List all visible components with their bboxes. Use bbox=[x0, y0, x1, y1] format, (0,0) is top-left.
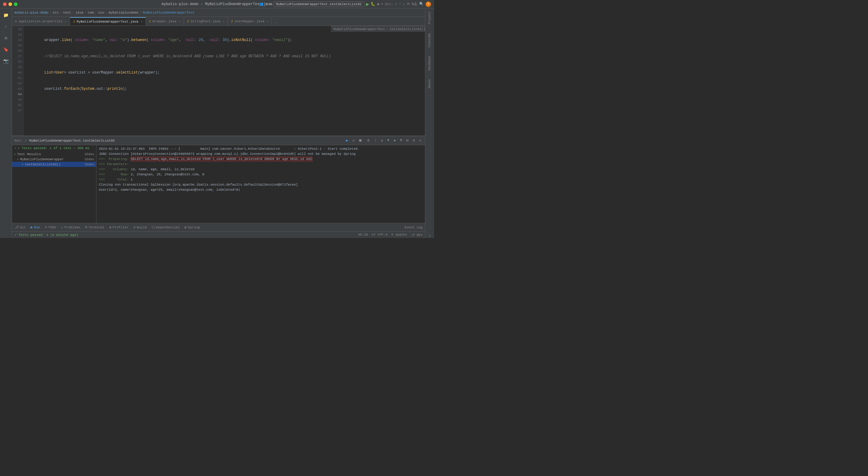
run-expand-btn[interactable]: ⊞ bbox=[405, 138, 410, 144]
tab-close-stringpool[interactable]: ✕ bbox=[223, 20, 224, 23]
run-close-btn[interactable]: ✕ bbox=[418, 138, 423, 144]
breadcrumb-src[interactable]: src bbox=[53, 11, 59, 14]
tab-close-properties[interactable]: ✕ bbox=[65, 20, 67, 23]
toolbar-dependencies[interactable]: ⬡ Dependencies bbox=[152, 225, 180, 229]
git-push-icon[interactable]: ↑ bbox=[399, 2, 401, 6]
main-layout: 📁 ✓ ⊞ 🔖 📷 mybatis-plus-demo › src › test… bbox=[0, 8, 434, 238]
search-icon[interactable]: 🔍 bbox=[419, 2, 424, 6]
spring-label: Spring bbox=[188, 226, 200, 229]
tab-close-wrapper-test[interactable]: ✕ bbox=[141, 20, 143, 24]
run-play-btn[interactable]: ▶ bbox=[345, 138, 349, 144]
run-up-btn[interactable]: ▲ bbox=[393, 138, 397, 144]
run-sort2-btn[interactable]: ⇅ bbox=[379, 138, 384, 144]
run-sort-btn[interactable]: ↕ bbox=[373, 138, 378, 144]
test-pass-banner: ✓ ✓ Tests passed: 1 of 1 test — 368 ms bbox=[12, 145, 96, 151]
status-bar: ✓ Tests passed: 1 (a minute ago) 46:28 L… bbox=[12, 231, 425, 238]
tab-wrapper-test[interactable]: J MyBatisPlusDemoWrapperTest.java ✕ bbox=[70, 17, 146, 26]
right-panel-project[interactable]: Project bbox=[427, 10, 432, 26]
right-panel-maven[interactable]: Maven bbox=[427, 77, 432, 90]
toolbar-terminal[interactable]: ⊡ Terminal bbox=[85, 225, 104, 229]
test-root-name: Test Results bbox=[17, 153, 41, 156]
user-avatar[interactable]: X bbox=[426, 1, 431, 7]
pass-banner-text: ✓ Tests passed: 1 of 1 test — 368 ms bbox=[18, 146, 90, 150]
maximize-button[interactable] bbox=[14, 2, 18, 6]
coverage-icon[interactable]: ◉ bbox=[377, 2, 379, 6]
editor-area[interactable]: 32 33 34 35 36 37 38 39 40 41 42 43 44 4… bbox=[12, 26, 425, 135]
tab-wrapper[interactable]: J Wrapper.java ✕ bbox=[146, 17, 184, 26]
nav-forward-icon[interactable]: ▶ bbox=[270, 2, 272, 6]
run-stop-btn[interactable]: ⏹ bbox=[358, 138, 364, 144]
close-button[interactable] bbox=[3, 2, 7, 6]
toolbar-event-log[interactable]: Event Log bbox=[405, 226, 423, 229]
run-toolbar-right: ▶ ↺ ⏹ ⏸ ↕ ⇅ ▼ ▲ ▼ ⊞ ⚙ ✕ bbox=[345, 138, 423, 144]
right-panel-database[interactable]: Database bbox=[427, 54, 432, 72]
breadcrumb-xiu[interactable]: xiu bbox=[98, 11, 104, 14]
sidebar-icon-bookmarks[interactable]: 🔖 bbox=[1, 44, 11, 55]
tab-close-usermapper[interactable]: ✕ bbox=[267, 20, 269, 23]
run-down-btn[interactable]: ▼ bbox=[399, 138, 403, 144]
tabs-more-button[interactable]: ⋮ bbox=[272, 22, 280, 26]
tab-icon-wrapper-test: J bbox=[73, 20, 75, 24]
git-check-icon[interactable]: ✓ bbox=[395, 2, 397, 6]
git-history-icon[interactable]: ⟳ bbox=[407, 2, 410, 6]
editor-breadcrumb-method: testSelectList02() bbox=[390, 27, 425, 31]
git-branch-icon: ⎇ bbox=[14, 225, 19, 229]
test-item-root[interactable]: ✓ Test Results 368ms bbox=[12, 152, 96, 157]
sidebar-icon-project[interactable]: 📁 bbox=[1, 10, 11, 21]
editor-and-panel: 32 33 34 35 36 37 38 39 40 41 42 43 44 4… bbox=[12, 26, 425, 238]
sidebar-icon-camera[interactable]: 📷 bbox=[1, 56, 11, 66]
run-filter-btn[interactable]: ▼ bbox=[386, 138, 391, 144]
todo-label: TODO bbox=[48, 226, 56, 229]
share-icon[interactable]: 👥 bbox=[259, 2, 264, 6]
toolbar-todo[interactable]: ≡ TODO bbox=[45, 225, 56, 229]
toolbar-run[interactable]: ▶ Run bbox=[31, 225, 40, 229]
breadcrumb-java[interactable]: java bbox=[75, 11, 83, 14]
status-encoding: LF UTF-8 bbox=[372, 233, 388, 237]
tab-application-properties[interactable]: ⚙ application.properties ✕ bbox=[12, 17, 70, 26]
test-item-class[interactable]: ✓ MyBatisPlusDemoWrapper 368ms bbox=[12, 157, 96, 162]
run-config-name[interactable]: MyBatisPlusDemoWrapperTest.testSelectLis… bbox=[29, 139, 115, 142]
more-run-icon[interactable]: ▾ bbox=[381, 2, 383, 6]
test-class-time: 368ms bbox=[84, 158, 94, 161]
sidebar-icon-commit[interactable]: ✓ bbox=[1, 21, 11, 32]
toolbar-problems[interactable]: ⚠ Problems bbox=[61, 225, 80, 229]
run-button[interactable]: ▶ bbox=[366, 1, 369, 7]
terminal-label: Terminal bbox=[89, 226, 104, 229]
minimize-button[interactable] bbox=[8, 2, 12, 6]
sidebar-icon-structure[interactable]: ⊞ bbox=[1, 33, 11, 43]
test-class-check: ✓ bbox=[17, 157, 19, 161]
nav-back-icon[interactable]: ◀ bbox=[265, 2, 267, 6]
toolbar-profiler[interactable]: ◈ Profiler bbox=[110, 225, 129, 229]
test-root-time: 368ms bbox=[84, 153, 94, 156]
run-config-selector[interactable]: MyBatisPlusDemoWrapperTest.testSelectLis… bbox=[273, 1, 364, 7]
editor-breadcrumb-class: MyBatisPlusDemoWrapperTest bbox=[333, 27, 385, 31]
status-indent[interactable]: 4 spaces bbox=[391, 233, 407, 237]
git-fetch-icon[interactable]: ↓ bbox=[403, 2, 405, 6]
breadcrumb-test[interactable]: test bbox=[63, 11, 71, 14]
tab-usermapper[interactable]: J UserMapper.java ✕ bbox=[228, 17, 272, 26]
toolbar-build[interactable]: ⚒ Build bbox=[133, 225, 147, 229]
breadcrumb-package[interactable]: mybatisplusdemo bbox=[108, 11, 138, 14]
toolbar-git[interactable]: ⎇ Git bbox=[14, 225, 26, 229]
test-results-list: ✓ Test Results 368ms ✓ MyBatisPlusDemoWr… bbox=[12, 151, 96, 223]
breadcrumb-class[interactable]: MyBatisPlusDemoWrapperTest bbox=[143, 11, 195, 14]
translate-icon[interactable]: Aあ bbox=[412, 1, 417, 7]
tab-label-stringpool: StringPool.java bbox=[190, 20, 220, 23]
breadcrumb-com[interactable]: com bbox=[88, 11, 94, 14]
run-rerun-btn[interactable]: ↺ bbox=[351, 138, 355, 144]
debug-icon[interactable]: 🐛 bbox=[371, 2, 375, 6]
event-log-label: Event Log bbox=[405, 226, 423, 229]
test-item-method[interactable]: ✓ testSelectList02() 368ms bbox=[12, 162, 96, 167]
toolbar-spring[interactable]: ✿ Spring bbox=[184, 225, 200, 229]
breadcrumb-project[interactable]: mybatis-plus-demo bbox=[14, 11, 48, 14]
run-pause-btn[interactable]: ⏸ bbox=[365, 138, 371, 144]
tab-stringpool[interactable]: J StringPool.java ✕ bbox=[184, 17, 228, 26]
status-branch[interactable]: ⎇ dev bbox=[411, 233, 423, 237]
tab-icon-stringpool: J bbox=[187, 20, 189, 23]
right-sidebar-check-icon[interactable]: ✓ bbox=[429, 234, 431, 238]
window-controls[interactable] bbox=[3, 2, 18, 6]
right-panel-plantuml[interactable]: PlantUML bbox=[427, 31, 432, 49]
console-line-2: JDBC Connection [HikariProxyConnection@2… bbox=[99, 152, 423, 157]
tab-close-wrapper[interactable]: ✕ bbox=[179, 20, 181, 23]
run-settings-btn[interactable]: ⚙ bbox=[412, 138, 416, 144]
